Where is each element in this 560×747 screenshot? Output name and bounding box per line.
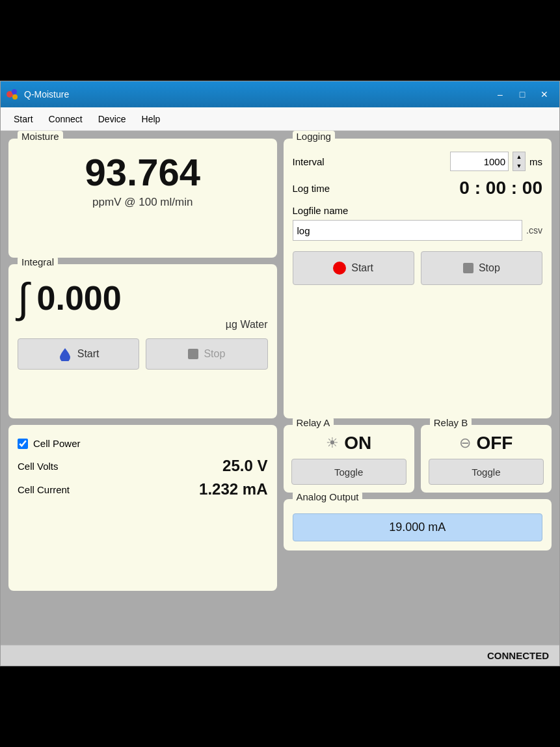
svg-point-1: [12, 89, 17, 94]
cell-power-checkbox[interactable]: [18, 439, 28, 449]
moisture-panel-title: Moisture: [18, 131, 63, 142]
integral-panel-title: Integral: [18, 256, 58, 267]
record-icon: [333, 262, 346, 275]
interval-down-button[interactable]: ▼: [513, 161, 525, 170]
relay-row: Relay A ☀ ON Toggle Relay B ⊖ OFF Toggle: [284, 425, 552, 493]
log-stop-button[interactable]: Stop: [421, 251, 542, 285]
integral-btn-row: Start Stop: [18, 338, 268, 370]
cell-current-label: Cell Current: [18, 484, 70, 495]
relay-b-off-icon: ⊖: [459, 435, 471, 452]
analog-output-value: 19.000 mA: [293, 513, 543, 541]
integral-panel: Integral ∫ 0.000 µg Water Start Stop: [8, 264, 277, 418]
relay-a-panel: Relay A ☀ ON Toggle: [284, 425, 414, 493]
log-start-button[interactable]: Start: [293, 251, 414, 285]
stop-square-icon: [188, 349, 198, 359]
logfile-input[interactable]: [293, 220, 523, 241]
menu-connect[interactable]: Connect: [41, 111, 90, 127]
close-button[interactable]: ✕: [535, 87, 554, 102]
logtime-value: 0 : 00 : 00: [459, 178, 542, 198]
cell-power-label: Cell Power: [33, 438, 81, 449]
interval-row: Interval ▲ ▼ ms: [293, 152, 543, 171]
interval-input-wrap: ▲ ▼ ms: [450, 152, 542, 171]
interval-input[interactable]: [450, 152, 509, 171]
moisture-panel: Moisture 93.764 ppmV @ 100 ml/min: [8, 139, 277, 258]
logfile-ext: .csv: [526, 225, 542, 236]
logfile-label: Logfile name: [293, 205, 543, 216]
logtime-row: Log time 0 : 00 : 00: [293, 178, 543, 198]
integral-unit: µg Water: [18, 319, 268, 331]
integral-symbol: ∫: [18, 277, 29, 319]
interval-spinner: ▲ ▼: [513, 152, 526, 171]
integral-start-label: Start: [77, 348, 100, 360]
status-bar: CONNECTED: [1, 645, 559, 666]
interval-up-button[interactable]: ▲: [513, 152, 525, 161]
log-stop-icon: [463, 263, 473, 273]
cell-volts-row: Cell Volts 25.0 V: [18, 457, 268, 475]
cell-power-checkbox-row: Cell Power: [18, 438, 268, 449]
relay-b-status: OFF: [476, 433, 513, 454]
app-window: Q-Moisture – □ ✕ Start Connect Device He…: [0, 81, 560, 666]
logfile-row: .csv: [293, 220, 543, 241]
log-start-label: Start: [351, 262, 373, 274]
cell-current-value: 1.232 mA: [199, 480, 267, 498]
relay-b-toggle-button[interactable]: Toggle: [429, 459, 544, 485]
interval-label: Interval: [293, 156, 325, 167]
moisture-value: 93.764: [85, 152, 200, 193]
relay-a-title: Relay A: [293, 417, 334, 428]
analog-output-title: Analog Output: [293, 491, 363, 502]
integral-stop-button[interactable]: Stop: [146, 338, 267, 370]
menu-start[interactable]: Start: [6, 111, 41, 127]
logfile-section: Logfile name .csv: [293, 205, 543, 241]
cell-power-panel: Cell Power Cell Volts 25.0 V Cell Curren…: [8, 425, 277, 590]
relay-b-status-row: ⊖ OFF: [459, 433, 513, 454]
menu-device[interactable]: Device: [90, 111, 134, 127]
main-content: Moisture 93.764 ppmV @ 100 ml/min Integr…: [1, 131, 559, 645]
cell-volts-value: 25.0 V: [222, 457, 267, 475]
log-btn-row: Start Stop: [293, 251, 543, 285]
analog-output-panel: Analog Output 19.000 mA: [284, 499, 552, 550]
integral-value: 0.000: [37, 278, 122, 318]
relay-a-status-row: ☀ ON: [326, 433, 371, 454]
minimize-button[interactable]: –: [490, 87, 510, 102]
integral-start-button[interactable]: Start: [18, 338, 139, 370]
relay-b-panel: Relay B ⊖ OFF Toggle: [421, 425, 552, 493]
relay-b-title: Relay B: [430, 417, 472, 428]
app-icon: [6, 88, 19, 101]
window-title: Q-Moisture: [24, 89, 490, 100]
maximize-button[interactable]: □: [513, 87, 532, 102]
menu-bar: Start Connect Device Help: [1, 107, 559, 131]
svg-point-2: [12, 94, 18, 100]
connection-status: CONNECTED: [487, 650, 549, 661]
water-drop-icon: [58, 347, 72, 361]
relay-a-toggle-button[interactable]: Toggle: [291, 459, 407, 485]
moisture-unit: ppmV @ 100 ml/min: [92, 196, 193, 209]
menu-help[interactable]: Help: [134, 111, 168, 127]
relay-a-sun-icon: ☀: [326, 435, 339, 452]
logging-panel-title: Logging: [293, 131, 335, 142]
integral-stop-label: Stop: [204, 348, 225, 360]
logging-panel: Logging Interval ▲ ▼ ms Log time 0 : 00 …: [284, 139, 552, 418]
window-controls: – □ ✕: [490, 87, 554, 102]
logtime-label: Log time: [293, 183, 330, 194]
log-stop-label: Stop: [479, 262, 500, 274]
relay-a-status: ON: [344, 433, 371, 454]
right-bottom-area: Relay A ☀ ON Toggle Relay B ⊖ OFF Toggle: [284, 425, 552, 590]
cell-volts-label: Cell Volts: [18, 461, 59, 472]
cell-current-row: Cell Current 1.232 mA: [18, 480, 268, 498]
interval-unit: ms: [529, 156, 542, 167]
title-bar: Q-Moisture – □ ✕: [1, 81, 559, 107]
